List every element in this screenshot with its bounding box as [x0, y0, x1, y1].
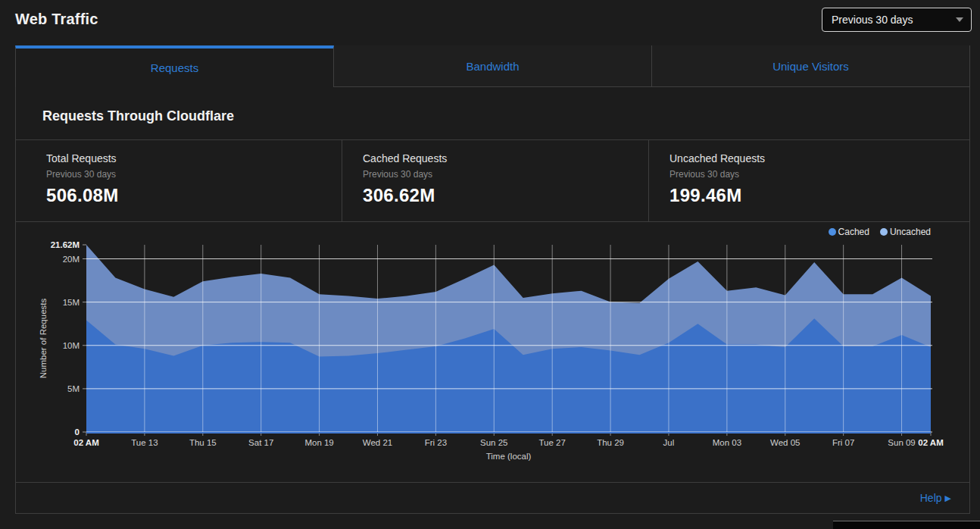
tab-bar: Requests Bandwidth Unique Visitors: [15, 45, 970, 87]
chart-legend: CachedUncached: [829, 227, 931, 237]
tab-bandwidth[interactable]: Bandwidth: [334, 45, 652, 87]
legend-item-cached[interactable]: Cached: [829, 227, 869, 237]
stat-total-requests: Total Requests Previous 30 days 506.08M: [16, 140, 342, 221]
stat-value: 306.62M: [363, 185, 633, 206]
svg-text:Tue 13: Tue 13: [131, 438, 158, 447]
legend-dot-icon: [829, 228, 836, 236]
svg-text:Fri 23: Fri 23: [425, 438, 447, 447]
svg-text:5M: 5M: [67, 384, 80, 393]
card-body: Requests Through Cloudflare Total Reques…: [15, 87, 970, 514]
section-heading: Requests Through Cloudflare: [16, 87, 969, 140]
tab-requests-label: Requests: [151, 61, 198, 74]
svg-text:02 AM: 02 AM: [73, 438, 98, 447]
stat-period: Previous 30 days: [669, 169, 954, 180]
stat-uncached-requests: Uncached Requests Previous 30 days 199.4…: [648, 140, 969, 221]
tab-requests[interactable]: Requests: [15, 45, 334, 87]
svg-text:Tue 27: Tue 27: [538, 438, 565, 447]
stats-row: Total Requests Previous 30 days 506.08M …: [16, 140, 969, 222]
period-selector-dropdown[interactable]: Previous 30 days: [822, 8, 972, 32]
period-selector-value: Previous 30 days: [832, 14, 913, 26]
help-link[interactable]: Help ▶: [920, 492, 951, 504]
svg-text:20M: 20M: [63, 255, 80, 264]
chart-region: 05M10M15M20M21.62M02 AMTue 13Thu 15Sat 1…: [16, 222, 969, 482]
tab-bandwidth-label: Bandwidth: [466, 60, 519, 73]
svg-text:02 AM: 02 AM: [918, 438, 943, 447]
tab-unique-visitors-label: Unique Visitors: [772, 60, 849, 73]
requests-area-chart[interactable]: 05M10M15M20M21.62M02 AMTue 13Thu 15Sat 1…: [16, 222, 969, 482]
legend-label: Cached: [838, 227, 869, 237]
svg-text:Number of Requests: Number of Requests: [39, 299, 48, 379]
page-title: Web Traffic: [15, 11, 98, 28]
svg-text:Sat 17: Sat 17: [248, 438, 273, 447]
card-footer: Help ▶: [16, 482, 969, 513]
svg-text:Fri 07: Fri 07: [832, 438, 854, 447]
svg-text:10M: 10M: [63, 341, 80, 350]
svg-text:Thu 15: Thu 15: [189, 438, 217, 447]
svg-text:Wed 21: Wed 21: [363, 438, 392, 447]
stat-value: 506.08M: [46, 185, 326, 206]
arrow-right-icon: ▶: [945, 494, 951, 502]
help-link-label: Help: [920, 492, 942, 504]
legend-label: Uncached: [890, 227, 931, 237]
stat-label: Cached Requests: [363, 152, 633, 164]
stat-label: Total Requests: [46, 152, 326, 164]
stat-value: 199.46M: [669, 185, 954, 206]
svg-text:15M: 15M: [63, 298, 80, 307]
stat-label: Uncached Requests: [669, 152, 954, 164]
svg-text:Time (local): Time (local): [486, 452, 532, 461]
svg-text:Sun 09: Sun 09: [888, 438, 915, 447]
web-traffic-card: Requests Bandwidth Unique Visitors Reque…: [15, 45, 970, 514]
svg-text:21.62M: 21.62M: [51, 240, 80, 249]
legend-dot-icon: [880, 228, 888, 236]
tab-unique-visitors[interactable]: Unique Visitors: [652, 45, 970, 87]
svg-text:Mon 19: Mon 19: [304, 438, 333, 447]
legend-item-uncached[interactable]: Uncached: [880, 227, 931, 237]
svg-text:Sun 25: Sun 25: [480, 438, 507, 447]
svg-text:Jul: Jul: [663, 438, 675, 447]
stat-period: Previous 30 days: [46, 169, 326, 180]
svg-text:Wed 05: Wed 05: [770, 438, 800, 447]
stat-period: Previous 30 days: [363, 169, 633, 180]
svg-text:Thu 29: Thu 29: [597, 438, 624, 447]
bottom-right-panel-edge: [833, 521, 980, 529]
stat-cached-requests: Cached Requests Previous 30 days 306.62M: [342, 140, 648, 221]
svg-text:Mon 03: Mon 03: [713, 438, 741, 447]
svg-text:0: 0: [75, 427, 80, 437]
chevron-down-icon: [956, 17, 963, 22]
